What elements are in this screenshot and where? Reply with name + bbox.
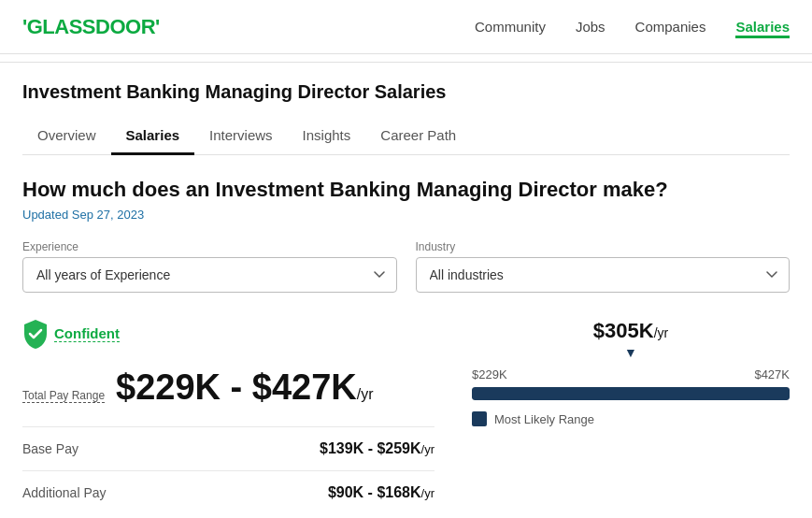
- tabs-bar: Overview Salaries Interviews Insights Ca…: [22, 118, 790, 155]
- confident-badge: Confident: [22, 319, 434, 349]
- nav-salaries[interactable]: Salaries: [735, 15, 790, 38]
- additional-pay-label: Additional Pay: [22, 485, 135, 500]
- nav-jobs[interactable]: Jobs: [576, 15, 605, 38]
- range-labels: $229K $427K: [472, 367, 790, 381]
- glassdoor-logo[interactable]: 'GLASSDOOR': [22, 15, 160, 39]
- tab-salaries[interactable]: Salaries: [111, 118, 195, 155]
- total-pay-label[interactable]: Total Pay Range: [22, 389, 105, 403]
- total-pay-row: Total Pay Range $229K - $427K/yr: [22, 367, 434, 408]
- confident-shield-icon: [22, 319, 49, 349]
- median-arrow-icon: ▼: [472, 345, 790, 360]
- industry-select[interactable]: All industries: [416, 257, 791, 293]
- base-pay-value: $139K - $259K/yr: [320, 440, 434, 457]
- median-salary: $305K/yr: [472, 319, 790, 343]
- nav-community[interactable]: Community: [475, 15, 546, 38]
- industry-filter: Industry All industries: [416, 240, 791, 293]
- experience-label: Experience: [22, 240, 397, 253]
- salary-range-fill: [472, 387, 790, 400]
- range-min-label: $229K: [472, 367, 507, 381]
- page-container: Investment Banking Managing Director Sal…: [0, 63, 812, 518]
- industry-label: Industry: [416, 240, 791, 253]
- page-title: Investment Banking Managing Director Sal…: [22, 81, 790, 103]
- tab-career-path[interactable]: Career Path: [365, 118, 471, 155]
- most-likely-label: Most Likely Range: [494, 412, 594, 426]
- tab-interviews[interactable]: Interviews: [194, 118, 288, 155]
- range-max-label: $427K: [754, 367, 790, 381]
- experience-select[interactable]: All years of Experience: [22, 257, 397, 293]
- additional-pay-value: $90K - $168K/yr: [328, 484, 434, 501]
- additional-pay-row: Additional Pay $90K - $168K/yr: [22, 470, 434, 514]
- tab-overview[interactable]: Overview: [22, 118, 111, 155]
- salary-section: Confident Total Pay Range $229K - $427K/…: [22, 319, 790, 514]
- most-likely-legend: Most Likely Range: [472, 411, 790, 426]
- nav-companies[interactable]: Companies: [635, 15, 706, 38]
- most-likely-color-box: [472, 411, 487, 426]
- base-pay-row: Base Pay $139K - $259K/yr: [22, 426, 434, 470]
- tab-insights[interactable]: Insights: [288, 118, 366, 155]
- salary-range-bar: [472, 387, 790, 400]
- section-heading: How much does an Investment Banking Mana…: [22, 178, 790, 202]
- filters-row: Experience All years of Experience Indus…: [22, 240, 790, 293]
- main-nav: Community Jobs Companies Salaries: [475, 15, 790, 38]
- updated-date: Updated Sep 27, 2023: [22, 208, 790, 222]
- confident-label[interactable]: Confident: [54, 325, 120, 342]
- salary-right: $305K/yr ▼ $229K $427K Most Likely Range: [472, 319, 790, 426]
- total-pay-value: $229K - $427K/yr: [116, 367, 374, 408]
- base-pay-label: Base Pay: [22, 441, 135, 456]
- experience-filter: Experience All years of Experience: [22, 240, 397, 293]
- salary-left: Confident Total Pay Range $229K - $427K/…: [22, 319, 434, 514]
